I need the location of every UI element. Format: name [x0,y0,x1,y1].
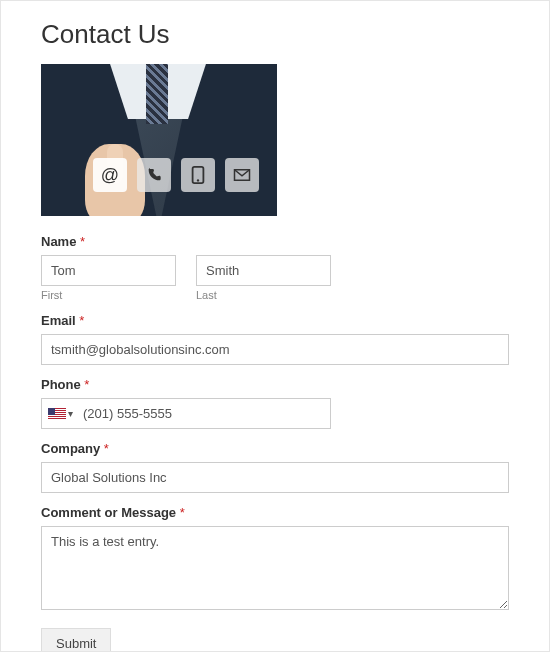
phone-label: Phone * [41,377,509,392]
email-label: Email * [41,313,509,328]
message-textarea[interactable] [41,526,509,610]
first-name-sublabel: First [41,289,176,301]
company-label: Company * [41,441,509,456]
last-name-input[interactable] [196,255,331,286]
required-marker: * [79,313,84,328]
hero-image: @ [41,64,277,216]
required-marker: * [104,441,109,456]
email-input[interactable] [41,334,509,365]
message-label: Comment or Message * [41,505,509,520]
svg-point-1 [197,179,199,181]
phone-input[interactable] [81,403,324,424]
page-title: Contact Us [41,19,509,50]
company-input[interactable] [41,462,509,493]
required-marker: * [84,377,89,392]
last-name-sublabel: Last [196,289,331,301]
chevron-down-icon[interactable]: ▾ [68,408,73,419]
name-label: Name * [41,234,509,249]
at-icon: @ [93,158,127,192]
required-marker: * [80,234,85,249]
submit-button[interactable]: Submit [41,628,111,652]
required-marker: * [180,505,185,520]
phone-icon [137,158,171,192]
mobile-icon [181,158,215,192]
first-name-input[interactable] [41,255,176,286]
mail-icon [225,158,259,192]
flag-icon[interactable] [48,408,66,420]
